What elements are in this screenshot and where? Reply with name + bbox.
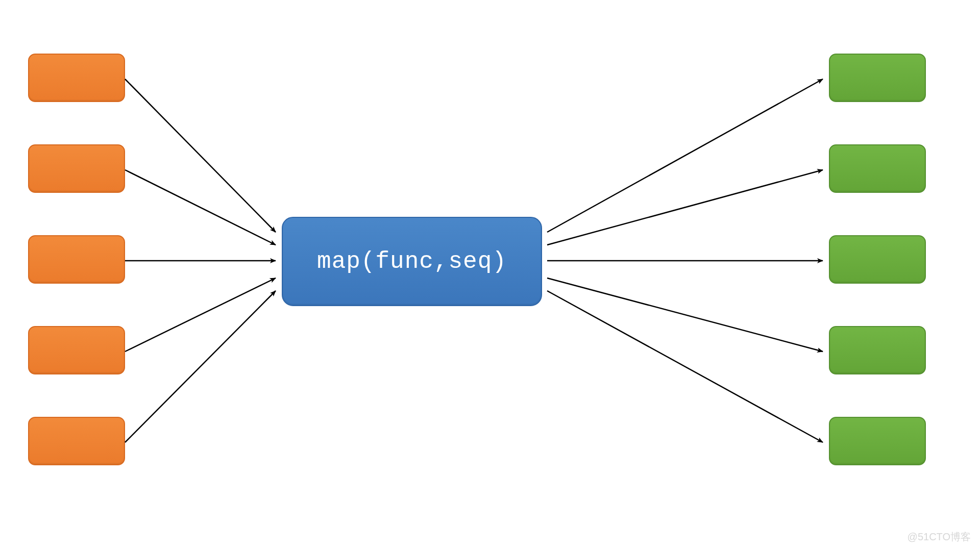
output-block-2 — [829, 144, 926, 193]
arrow-out-2 — [547, 170, 823, 245]
map-diagram: map(func,seq) @51CTO博客 — [0, 0, 980, 551]
arrow-in-2 — [125, 170, 276, 245]
watermark: @51CTO博客 — [908, 530, 971, 544]
input-block-4 — [28, 326, 125, 374]
input-block-1 — [28, 54, 125, 102]
output-block-4 — [829, 326, 926, 374]
map-function-block: map(func,seq) — [282, 217, 542, 306]
arrow-in-4 — [125, 278, 276, 352]
arrow-out-5 — [547, 291, 823, 442]
output-block-3 — [829, 235, 926, 284]
input-block-2 — [28, 144, 125, 193]
map-function-label: map(func,seq) — [317, 248, 507, 275]
arrow-out-1 — [547, 79, 823, 232]
input-block-5 — [28, 417, 125, 465]
output-block-1 — [829, 54, 926, 102]
arrow-in-1 — [125, 79, 276, 232]
output-block-5 — [829, 417, 926, 465]
input-block-3 — [28, 235, 125, 284]
arrow-out-4 — [547, 278, 823, 352]
arrow-in-5 — [125, 291, 276, 442]
